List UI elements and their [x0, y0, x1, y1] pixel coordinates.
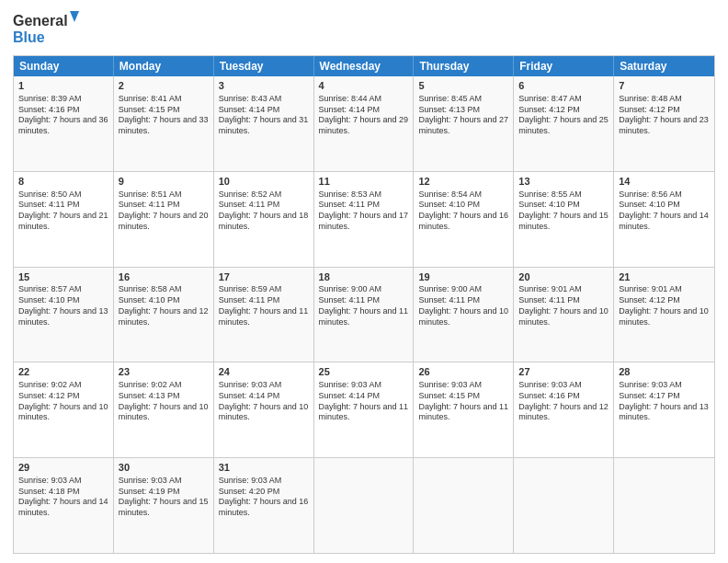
day-number: 29 — [18, 461, 108, 475]
calendar-cell: 16Sunrise: 8:58 AMSunset: 4:10 PMDayligh… — [114, 268, 214, 362]
calendar-cell: 18Sunrise: 9:00 AMSunset: 4:11 PMDayligh… — [314, 268, 415, 362]
page: GeneralBlue SundayMondayTuesdayWednesday… — [0, 0, 728, 563]
calendar-cell: 22Sunrise: 9:02 AMSunset: 4:12 PMDayligh… — [14, 362, 114, 457]
calendar-cell: 9Sunrise: 8:51 AMSunset: 4:11 PMDaylight… — [114, 172, 214, 267]
day-info: Sunrise: 9:03 AMSunset: 4:18 PMDaylight:… — [18, 476, 108, 519]
svg-text:General: General — [13, 13, 68, 29]
calendar-cell: 6Sunrise: 8:47 AMSunset: 4:12 PMDaylight… — [514, 76, 614, 171]
calendar-cell: 19Sunrise: 9:00 AMSunset: 4:11 PMDayligh… — [414, 268, 514, 362]
calendar-cell: 7Sunrise: 8:48 AMSunset: 4:12 PMDaylight… — [614, 76, 714, 171]
calendar-cell: 24Sunrise: 9:03 AMSunset: 4:14 PMDayligh… — [214, 362, 314, 457]
calendar-cell: 27Sunrise: 9:03 AMSunset: 4:16 PMDayligh… — [514, 362, 614, 457]
calendar-cell: 17Sunrise: 8:59 AMSunset: 4:11 PMDayligh… — [214, 268, 314, 362]
calendar-cell: 20Sunrise: 9:01 AMSunset: 4:11 PMDayligh… — [514, 268, 614, 362]
day-info: Sunrise: 9:01 AMSunset: 4:11 PMDaylight:… — [518, 284, 609, 327]
svg-marker-2 — [70, 11, 79, 22]
day-number: 13 — [518, 175, 609, 189]
calendar-week-3: 15Sunrise: 8:57 AMSunset: 4:10 PMDayligh… — [14, 267, 714, 362]
day-info: Sunrise: 9:03 AMSunset: 4:14 PMDaylight:… — [319, 380, 409, 423]
calendar-cell: 28Sunrise: 9:03 AMSunset: 4:17 PMDayligh… — [614, 362, 714, 457]
calendar-cell: 4Sunrise: 8:44 AMSunset: 4:14 PMDaylight… — [314, 76, 415, 171]
calendar-cell: 23Sunrise: 9:02 AMSunset: 4:13 PMDayligh… — [114, 362, 214, 457]
day-info: Sunrise: 8:39 AMSunset: 4:16 PMDaylight:… — [18, 94, 108, 137]
day-number: 12 — [418, 175, 508, 189]
day-info: Sunrise: 8:48 AMSunset: 4:12 PMDaylight:… — [619, 94, 710, 137]
day-info: Sunrise: 9:03 AMSunset: 4:14 PMDaylight:… — [219, 380, 309, 423]
calendar-cell: 25Sunrise: 9:03 AMSunset: 4:14 PMDayligh… — [314, 362, 415, 457]
logo-svg: GeneralBlue — [13, 9, 86, 48]
header-day-monday: Monday — [114, 56, 214, 76]
header-day-tuesday: Tuesday — [214, 56, 314, 76]
day-info: Sunrise: 8:41 AMSunset: 4:15 PMDaylight:… — [119, 94, 209, 137]
day-info: Sunrise: 8:59 AMSunset: 4:11 PMDaylight:… — [219, 284, 309, 327]
day-number: 9 — [119, 175, 209, 189]
calendar-cell — [614, 458, 714, 553]
header-day-thursday: Thursday — [414, 56, 514, 76]
calendar-week-1: 1Sunrise: 8:39 AMSunset: 4:16 PMDaylight… — [14, 76, 714, 171]
calendar-cell: 5Sunrise: 8:45 AMSunset: 4:13 PMDaylight… — [414, 76, 514, 171]
calendar-cell: 14Sunrise: 8:56 AMSunset: 4:10 PMDayligh… — [614, 172, 714, 267]
calendar-week-4: 22Sunrise: 9:02 AMSunset: 4:12 PMDayligh… — [14, 362, 714, 457]
day-number: 21 — [619, 270, 710, 284]
day-number: 28 — [619, 365, 710, 379]
day-info: Sunrise: 9:03 AMSunset: 4:16 PMDaylight:… — [518, 380, 609, 423]
day-info: Sunrise: 8:47 AMSunset: 4:12 PMDaylight:… — [518, 94, 609, 137]
day-number: 1 — [18, 79, 108, 93]
calendar-cell: 3Sunrise: 8:43 AMSunset: 4:14 PMDaylight… — [214, 76, 314, 171]
day-number: 3 — [219, 79, 309, 93]
calendar-body: 1Sunrise: 8:39 AMSunset: 4:16 PMDaylight… — [14, 76, 714, 553]
calendar-cell: 2Sunrise: 8:41 AMSunset: 4:15 PMDaylight… — [114, 76, 214, 171]
day-info: Sunrise: 9:01 AMSunset: 4:12 PMDaylight:… — [619, 284, 710, 327]
day-number: 20 — [518, 270, 609, 284]
day-number: 11 — [319, 175, 409, 189]
day-number: 25 — [319, 365, 409, 379]
day-info: Sunrise: 8:44 AMSunset: 4:14 PMDaylight:… — [319, 94, 409, 137]
logo: GeneralBlue — [13, 9, 86, 48]
day-info: Sunrise: 9:03 AMSunset: 4:15 PMDaylight:… — [418, 380, 508, 423]
header-day-wednesday: Wednesday — [314, 56, 415, 76]
day-number: 19 — [418, 270, 508, 284]
calendar-week-5: 29Sunrise: 9:03 AMSunset: 4:18 PMDayligh… — [14, 457, 714, 553]
calendar-cell: 10Sunrise: 8:52 AMSunset: 4:11 PMDayligh… — [214, 172, 314, 267]
header: GeneralBlue — [13, 9, 715, 48]
day-info: Sunrise: 8:55 AMSunset: 4:10 PMDaylight:… — [518, 190, 609, 233]
calendar-cell: 11Sunrise: 8:53 AMSunset: 4:11 PMDayligh… — [314, 172, 415, 267]
day-number: 2 — [119, 79, 209, 93]
day-info: Sunrise: 9:00 AMSunset: 4:11 PMDaylight:… — [418, 284, 508, 327]
day-info: Sunrise: 8:58 AMSunset: 4:10 PMDaylight:… — [119, 284, 209, 327]
calendar-cell: 12Sunrise: 8:54 AMSunset: 4:10 PMDayligh… — [414, 172, 514, 267]
day-info: Sunrise: 8:54 AMSunset: 4:10 PMDaylight:… — [418, 190, 508, 233]
day-number: 24 — [219, 365, 309, 379]
day-number: 15 — [18, 270, 108, 284]
calendar-cell: 1Sunrise: 8:39 AMSunset: 4:16 PMDaylight… — [14, 76, 114, 171]
calendar-cell — [314, 458, 415, 553]
day-info: Sunrise: 8:45 AMSunset: 4:13 PMDaylight:… — [418, 94, 508, 137]
day-number: 4 — [319, 79, 409, 93]
day-info: Sunrise: 8:52 AMSunset: 4:11 PMDaylight:… — [219, 190, 309, 233]
day-number: 10 — [219, 175, 309, 189]
calendar-cell: 30Sunrise: 9:03 AMSunset: 4:19 PMDayligh… — [114, 458, 214, 553]
day-info: Sunrise: 9:00 AMSunset: 4:11 PMDaylight:… — [319, 284, 409, 327]
day-info: Sunrise: 8:53 AMSunset: 4:11 PMDaylight:… — [319, 190, 409, 233]
day-info: Sunrise: 8:56 AMSunset: 4:10 PMDaylight:… — [619, 190, 710, 233]
calendar-cell: 13Sunrise: 8:55 AMSunset: 4:10 PMDayligh… — [514, 172, 614, 267]
day-number: 23 — [119, 365, 209, 379]
day-info: Sunrise: 9:03 AMSunset: 4:19 PMDaylight:… — [119, 476, 209, 519]
header-day-friday: Friday — [514, 56, 614, 76]
calendar-week-2: 8Sunrise: 8:50 AMSunset: 4:11 PMDaylight… — [14, 171, 714, 267]
day-info: Sunrise: 8:43 AMSunset: 4:14 PMDaylight:… — [219, 94, 309, 137]
svg-text:Blue: Blue — [13, 29, 45, 45]
calendar-cell — [514, 458, 614, 553]
calendar-cell: 29Sunrise: 9:03 AMSunset: 4:18 PMDayligh… — [14, 458, 114, 553]
day-info: Sunrise: 8:50 AMSunset: 4:11 PMDaylight:… — [18, 190, 108, 233]
day-number: 30 — [119, 461, 209, 475]
calendar-cell: 8Sunrise: 8:50 AMSunset: 4:11 PMDaylight… — [14, 172, 114, 267]
day-number: 26 — [418, 365, 508, 379]
day-info: Sunrise: 8:51 AMSunset: 4:11 PMDaylight:… — [119, 190, 209, 233]
day-info: Sunrise: 8:57 AMSunset: 4:10 PMDaylight:… — [18, 284, 108, 327]
calendar: SundayMondayTuesdayWednesdayThursdayFrid… — [13, 55, 715, 554]
day-info: Sunrise: 9:03 AMSunset: 4:17 PMDaylight:… — [619, 380, 710, 423]
header-day-saturday: Saturday — [614, 56, 714, 76]
day-number: 31 — [219, 461, 309, 475]
day-info: Sunrise: 9:02 AMSunset: 4:12 PMDaylight:… — [18, 380, 108, 423]
